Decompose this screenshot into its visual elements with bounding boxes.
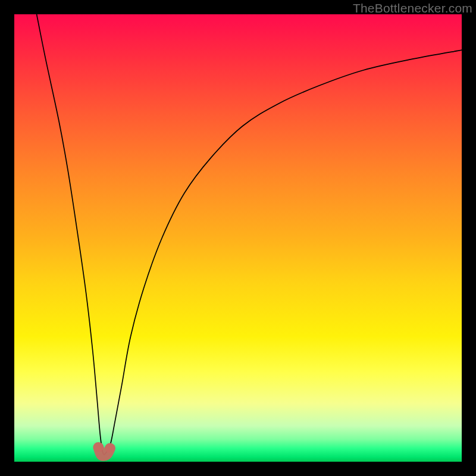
bottleneck-curve: [37, 14, 462, 455]
curve-svg: [14, 14, 462, 462]
chart-frame: TheBottlenecker.com: [0, 0, 476, 476]
plot-area: [14, 14, 462, 462]
optimal-range-endpoint-right: [105, 443, 115, 453]
watermark-text: TheBottlenecker.com: [353, 1, 472, 15]
optimal-range-endpoint-left: [93, 443, 103, 452]
